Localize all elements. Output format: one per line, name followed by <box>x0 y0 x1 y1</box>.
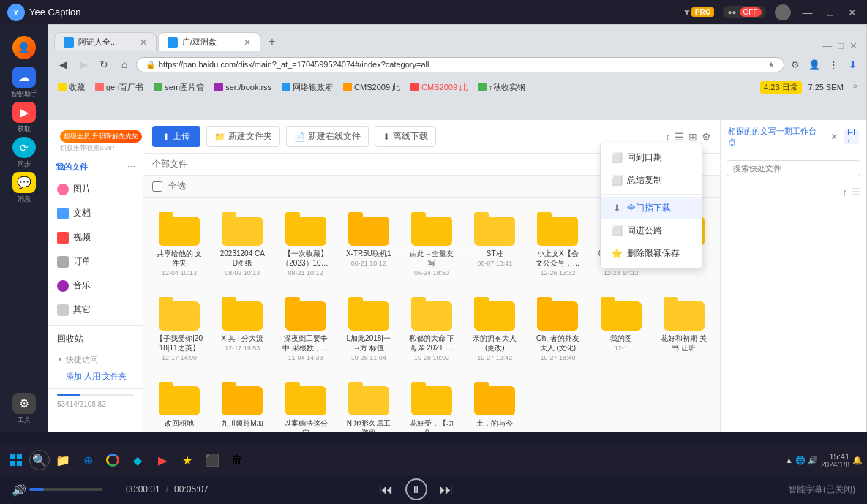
view-list-btn[interactable]: ☰ <box>675 131 684 143</box>
bookmarks-more[interactable]: » <box>850 81 860 94</box>
upload-button[interactable]: ⬆ 上传 <box>152 126 200 147</box>
new-folder-button[interactable]: 📁 新建文件夹 <box>206 126 280 147</box>
app-icon-tools[interactable]: ⚙ 工具 <box>8 393 40 425</box>
toggle-switch[interactable]: ●● OFF <box>723 6 765 18</box>
new-online-button[interactable]: 📄 新建在线文件 <box>286 126 369 147</box>
offline-download-button[interactable]: ⬇ 离线下载 <box>375 126 436 147</box>
app-icon-sync[interactable]: ⟳ 同步 <box>8 137 40 169</box>
browser-tab-1[interactable]: 阿证人全... ✕ <box>54 32 157 51</box>
back-button[interactable]: ◀ <box>54 56 72 73</box>
clock[interactable]: 15:41 2024/1/8 <box>821 452 849 469</box>
taskbar-app4[interactable]: ⬛ <box>200 448 224 472</box>
file-item-18[interactable]: 改回积地 <box>152 376 206 432</box>
bookmark-sem1[interactable]: sem图片管 <box>150 81 208 94</box>
bookmark-date2[interactable]: 7.25 SEM <box>805 81 847 94</box>
taskbar-app3[interactable]: ★ <box>176 448 199 472</box>
sort-btn[interactable]: ↕ <box>665 131 670 143</box>
user-btn[interactable]: 👤 <box>806 56 822 72</box>
select-all-checkbox[interactable] <box>152 181 162 192</box>
sidebar-nav-photo[interactable]: 图片 <box>48 177 143 201</box>
ctx-item-2[interactable]: ⬇ 全门指下载 <box>601 197 702 219</box>
bookmark-date1[interactable]: 4.23 日常 <box>760 81 801 94</box>
taskbar-edge[interactable]: ⊕ <box>76 448 100 472</box>
menu-btn[interactable]: ⋮ <box>825 56 841 72</box>
sidebar-nav-video[interactable]: 视频 <box>48 225 143 249</box>
hi-btn[interactable]: HI › <box>844 129 859 144</box>
taskbar-trash[interactable]: 🗑 <box>225 448 249 472</box>
quick-access-section[interactable]: 快捷访问 <box>48 350 143 367</box>
browser-close[interactable]: ✕ <box>849 40 857 51</box>
volume-bar[interactable] <box>29 488 102 491</box>
minimize-button[interactable]: — <box>800 7 816 18</box>
bookmark-cms1[interactable]: CMS2009 此 <box>339 81 404 94</box>
dropdown-icon[interactable]: ▼ <box>683 7 691 18</box>
rp-close-btn[interactable]: ✕ <box>827 129 841 144</box>
browser-tab-2[interactable]: 广/双洲盘 ✕ <box>158 32 260 51</box>
volume-icon[interactable]: 🔊 <box>12 483 26 497</box>
file-item-10[interactable]: X-其 | 分大流 12-17 19:53 <box>215 291 269 367</box>
file-item-0[interactable]: 共享给他的 文件夹 12-04 10:13 <box>152 206 206 282</box>
file-item-22[interactable]: 花好受，【功公.... <box>405 376 459 432</box>
maximize-button[interactable]: □ <box>825 7 836 18</box>
app-icon-user[interactable]: 👤 <box>8 31 40 64</box>
add-folder-btn[interactable]: 添加 人用 文件夹 <box>48 367 143 385</box>
browser-maximize[interactable]: □ <box>838 40 844 51</box>
file-item-15[interactable]: Oh, 者的外友大人 (文化) 10-27 18:40 <box>530 291 585 367</box>
file-item-14[interactable]: 亲的拥有大人 (更改) 10-27 19:42 <box>468 291 522 367</box>
file-item-5[interactable]: ST桂 06-07 13:41 <box>468 206 522 282</box>
notification-btn[interactable]: 🔔 <box>852 456 863 465</box>
file-item-2[interactable]: 【一次收藏】（2023）1080p 08-21 10:12 <box>278 206 332 282</box>
pause-button[interactable]: ⏸ <box>405 478 427 500</box>
taskbar-explorer[interactable]: 📁 <box>51 448 75 472</box>
sidebar-nav-order[interactable]: 订单 <box>48 249 143 274</box>
app-icon-cloud[interactable]: ☁ 智创助手 <box>8 67 40 99</box>
forward-button[interactable]: ▶ <box>75 56 92 73</box>
sidebar-nav-doc[interactable]: 文档 <box>48 201 143 225</box>
bookmark-star[interactable]: ★ <box>767 60 775 69</box>
taskbar-app2[interactable]: ▶ <box>151 448 174 472</box>
bookmark-item[interactable]: 收藏 <box>54 81 89 94</box>
taskbar-app1[interactable]: ◆ <box>126 448 149 472</box>
file-item-23[interactable]: 土，的与今 <box>468 376 522 432</box>
rp-view-btn[interactable]: ☰ <box>852 187 860 198</box>
extensions-btn[interactable]: ⚙ <box>787 56 803 72</box>
rp-search-input[interactable] <box>727 160 860 176</box>
sidebar-nav-music[interactable]: 音乐 <box>48 274 143 298</box>
browser-minimize[interactable]: — <box>822 40 832 51</box>
file-item-21[interactable]: N 地形久后工资率 <box>342 376 396 432</box>
file-item-6[interactable]: 小上文X【会文公众号，小众影视库】 12-26 13:32 <box>530 206 585 282</box>
bookmark-cms2[interactable]: CMS2009 此 <box>407 81 471 94</box>
ctx-item-1[interactable]: ⬜ 总结复制 <box>601 169 702 192</box>
file-item-17[interactable]: 花好和初期 关书 让班 <box>657 291 711 367</box>
refresh-button[interactable]: ↻ <box>95 56 113 73</box>
bookmark-ser[interactable]: ser:/book.rss <box>211 82 275 92</box>
download-btn[interactable]: ⬇ <box>844 56 860 72</box>
settings-btn[interactable]: ⚙ <box>702 131 711 143</box>
view-grid-btn[interactable]: ⊞ <box>688 131 697 143</box>
file-item-3[interactable]: X-TR5U联机1 06-21 10:12 <box>342 206 396 282</box>
file-item-13[interactable]: 私都的大命 下 母亲 2021 .... 10-28 10:02 <box>405 291 459 367</box>
bookmark-qiushou[interactable]: ↑秋收实钢 <box>474 81 529 94</box>
start-button[interactable] <box>4 448 28 472</box>
search-taskbar[interactable]: 🔍 <box>29 450 50 470</box>
my-files-section[interactable]: 我的文件 ⋯ <box>48 157 143 177</box>
ctx-item-0[interactable]: ⬜ 同到口期 <box>601 146 702 169</box>
address-bar[interactable]: 🔒 https://pan.baidu.com/disk/main?_at_=1… <box>136 57 784 72</box>
forward-button[interactable]: ⏭ <box>439 481 454 498</box>
tab-close-2[interactable]: ✕ <box>244 37 251 48</box>
ctx-item-4[interactable]: ⭐ 删除限额保存 <box>601 242 702 265</box>
app-icon-video[interactable]: ▶ 获取 <box>8 102 40 134</box>
file-item-19[interactable]: 九川领超M加 <box>215 376 269 432</box>
app-icon-msg[interactable]: 💬 消息 <box>8 172 40 204</box>
close-button[interactable]: ✕ <box>845 7 860 18</box>
new-tab-button[interactable]: + <box>262 32 282 51</box>
tab-close-1[interactable]: ✕ <box>140 37 147 48</box>
file-item-12[interactable]: L加此2018|一→方 标值 10-28 11:04 <box>342 291 396 367</box>
sidebar-nav-other[interactable]: 其它 <box>48 298 143 322</box>
taskbar-chrome[interactable] <box>101 448 124 472</box>
ctx-item-3[interactable]: ⬜ 同进公路 <box>601 219 702 242</box>
file-item-1[interactable]: 20231204 CAD图纸 08-02 10:13 <box>215 206 269 282</box>
file-item-9[interactable]: 【子我受你|2018|11之英】 12-17 14:00 <box>152 291 206 367</box>
file-item-11[interactable]: 深夜倒工要争中 采根数，之正 11-04 14:33 <box>278 291 332 367</box>
rp-sort-btn[interactable]: ↕ <box>843 187 848 198</box>
